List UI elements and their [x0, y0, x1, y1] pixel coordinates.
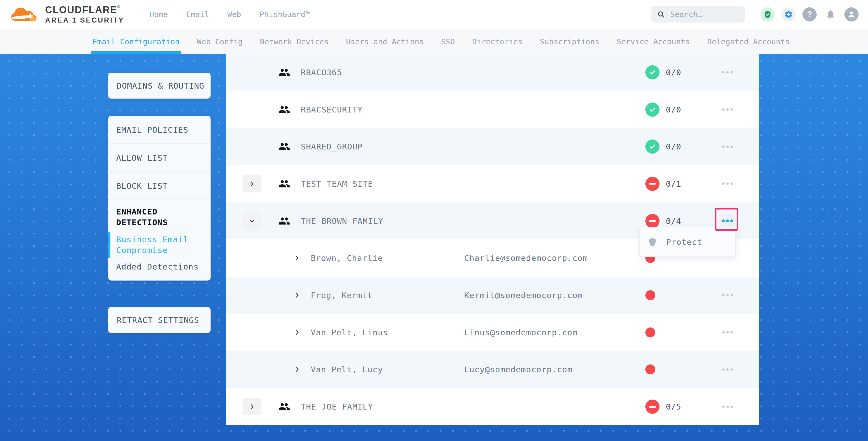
sidebar-item-block-list[interactable]: BLOCK LIST — [108, 172, 211, 200]
tab-service-accounts[interactable]: Service Accounts — [617, 29, 690, 54]
groups-table: RBACO3650/0RBACSECURITY0/0SHARED_GROUP0/… — [226, 54, 758, 425]
member-name: Van Pelt, Linus — [311, 328, 388, 337]
tab-users-and-actions[interactable]: Users and Actions — [346, 29, 424, 54]
row-menu-button[interactable] — [717, 285, 738, 306]
status-alert-dot — [645, 290, 655, 300]
tab-delegated-accounts[interactable]: Delegated Accounts — [707, 29, 789, 54]
sidebar-policy-list: EMAIL POLICIESALLOW LISTBLOCK LIST — [108, 116, 211, 200]
sidebar-item-label: DOMAINS & ROUTING — [117, 81, 204, 90]
settings-gear-icon[interactable] — [781, 7, 796, 22]
table-row-group[interactable]: THE JOE FAMILY0/5 — [226, 388, 758, 425]
group-icon — [278, 178, 290, 190]
minus-glyph — [649, 183, 656, 185]
table-row-group[interactable]: TEST TEAM SITE0/1 — [226, 165, 758, 202]
app-header: CLOUDFLARE® AREA 1 SECURITY HomeEmailWeb… — [0, 0, 868, 29]
group-name: TEST TEAM SITE — [301, 179, 373, 189]
row-menu-button[interactable] — [717, 136, 738, 157]
sidebar-item-email-policies[interactable]: EMAIL POLICIES — [108, 116, 211, 144]
member-email: Linus@somedemocorp.com — [464, 328, 578, 337]
page: CLOUDFLARE® AREA 1 SECURITY HomeEmailWeb… — [0, 0, 868, 441]
row-menu-button[interactable] — [717, 322, 738, 343]
shield-icon — [648, 237, 657, 247]
group-name: THE JOE FAMILY — [301, 402, 373, 411]
cloudflare-logo[interactable]: CLOUDFLARE® AREA 1 SECURITY — [9, 4, 124, 24]
notifications-bell-icon[interactable] — [824, 7, 838, 22]
group-icon — [278, 103, 290, 116]
status-alert-icon — [645, 400, 659, 414]
row-menu-button[interactable] — [717, 62, 738, 83]
status-alert-dot — [645, 365, 655, 374]
table-row-group[interactable]: SHARED_GROUP0/0 — [226, 128, 758, 165]
search-input[interactable] — [670, 10, 739, 19]
row-menu-button[interactable] — [717, 396, 738, 417]
search-box[interactable] — [651, 6, 745, 23]
protected-count: 0/0 — [666, 142, 681, 151]
table-row-member[interactable]: Van Pelt, LucyLucy@somedemocorp.com — [226, 351, 758, 388]
sidebar-policies-card: EMAIL POLICIESALLOW LISTBLOCK LIST ENHAN… — [108, 116, 211, 281]
expand-button[interactable] — [243, 398, 261, 415]
protected-count: 0/0 — [666, 105, 681, 114]
group-icon — [278, 401, 290, 413]
tab-subscriptions[interactable]: Subscriptions — [540, 29, 599, 54]
protected-count: 0/5 — [666, 402, 681, 411]
group-icon — [278, 66, 290, 78]
sidebar-item-retract-settings[interactable]: RETRACT SETTINGS — [108, 307, 211, 333]
table-row-member[interactable]: Van Pelt, LinusLinus@somedemocorp.com — [226, 314, 758, 351]
sidebar-item-business-email-compromise[interactable]: Business Email Compromise — [116, 234, 203, 256]
expand-button[interactable] — [243, 175, 261, 192]
sidebar-item-allow-list[interactable]: ALLOW LIST — [108, 144, 211, 172]
member-name: Brown, Charlie — [311, 253, 383, 263]
tab-sso[interactable]: SSO — [441, 29, 455, 54]
row-menu-button[interactable] — [717, 359, 738, 380]
member-chevron-icon — [294, 255, 301, 261]
user-avatar-icon[interactable] — [844, 7, 859, 22]
table-row-group[interactable]: RBACO3650/0 — [226, 54, 758, 91]
group-name: THE BROWN FAMILY — [301, 216, 383, 226]
minus-glyph — [649, 406, 656, 408]
status-alert-icon — [645, 177, 659, 191]
sidebar-item-domains-routing[interactable]: DOMAINS & ROUTING — [108, 73, 211, 99]
member-name: Frog, Kermit — [311, 290, 373, 300]
nav-item-home[interactable]: Home — [150, 10, 168, 19]
table-row-member[interactable]: Frog, KermitKermit@somedemocorp.com — [226, 277, 758, 314]
table-row-group[interactable]: RBACSECURITY0/0 — [226, 91, 758, 128]
sidebar-item-enhanced-detections[interactable]: ENHANCED DETECTIONS — [116, 206, 203, 228]
cloudflare-cloud-icon — [9, 4, 41, 24]
member-email: Charlie@somedemocorp.com — [464, 253, 588, 263]
nav-item-phishguard[interactable]: PhishGuard™ — [259, 10, 310, 19]
search-icon — [657, 10, 665, 18]
nav-item-email[interactable]: Email — [186, 10, 209, 19]
member-email: Lucy@somedemocorp.com — [464, 365, 572, 374]
sidebar-item-added-detections[interactable]: Added Detections — [116, 261, 203, 272]
status-alert-icon — [645, 214, 659, 228]
security-status-icon[interactable] — [761, 7, 775, 22]
tab-network-devices[interactable]: Network Devices — [260, 29, 329, 54]
status-ok-icon — [645, 102, 659, 117]
sidebar-item-label: RETRACT SETTINGS — [117, 315, 199, 325]
context-menu: Protect — [639, 227, 736, 257]
member-chevron-icon — [294, 329, 301, 336]
brand-name: CLOUDFLARE® — [45, 4, 120, 15]
group-name: RBACSECURITY — [301, 105, 363, 114]
tab-web-config[interactable]: Web Config — [197, 29, 243, 54]
member-email: Kermit@somedemocorp.com — [464, 290, 583, 300]
header-right: ? — [651, 6, 859, 23]
row-menu-button[interactable] — [717, 173, 738, 194]
menu-item-label: Protect — [666, 237, 702, 247]
tab-directories[interactable]: Directories — [472, 29, 522, 54]
group-icon — [278, 140, 290, 153]
tab-email-configuration[interactable]: Email Configuration — [93, 29, 180, 54]
help-icon[interactable]: ? — [802, 7, 816, 22]
group-name: SHARED_GROUP — [301, 142, 363, 151]
collapse-button[interactable] — [243, 212, 261, 230]
status-ok-icon — [645, 139, 659, 154]
row-menu-button[interactable] — [717, 99, 738, 120]
protected-count: 0/1 — [666, 179, 681, 189]
menu-item-protect[interactable]: Protect — [640, 227, 735, 256]
nav-item-web[interactable]: Web — [227, 10, 241, 19]
protected-count: 0/4 — [666, 216, 681, 226]
secondary-nav: Email ConfigurationWeb ConfigNetwork Dev… — [0, 29, 868, 54]
status-alert-dot — [645, 327, 655, 338]
minus-glyph — [649, 220, 656, 222]
group-name: RBACO365 — [301, 68, 342, 77]
